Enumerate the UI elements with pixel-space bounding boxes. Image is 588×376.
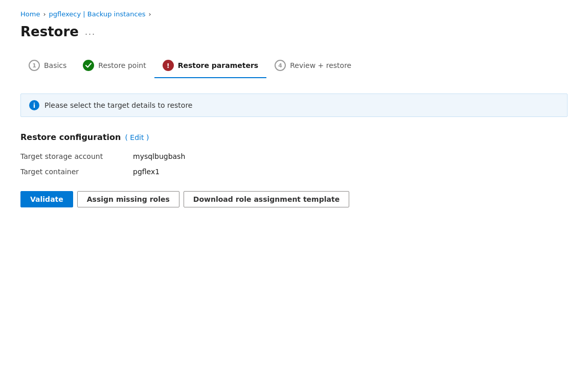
info-banner: i Please select the target details to re…	[20, 93, 568, 117]
wizard-step-review-restore[interactable]: 4 Review + restore	[266, 55, 359, 78]
step-3-label: Restore parameters	[178, 61, 259, 69]
step-2-label: Restore point	[98, 61, 146, 69]
restore-config-title: Restore configuration	[20, 132, 121, 142]
page-title-container: Restore ...	[20, 24, 568, 39]
wizard-step-basics[interactable]: 1 Basics	[20, 55, 75, 78]
breadcrumb-home[interactable]: Home	[20, 10, 40, 18]
target-container-value: pgflex1	[133, 168, 568, 176]
step-1-circle: 1	[29, 60, 40, 71]
breadcrumb: Home › pgflexecy | Backup instances ›	[20, 10, 568, 18]
step-1-label: Basics	[44, 61, 66, 69]
breadcrumb-sep-1: ›	[43, 10, 46, 18]
restore-config-table: Target storage account mysqlbugbash Targ…	[20, 152, 568, 176]
wizard-step-restore-parameters[interactable]: ! Restore parameters	[154, 55, 267, 78]
page-title-ellipsis[interactable]: ...	[85, 27, 96, 37]
step-4-circle: 4	[275, 60, 286, 71]
edit-link[interactable]: ( Edit )	[125, 133, 149, 142]
validate-button[interactable]: Validate	[20, 191, 73, 207]
target-storage-account-label: Target storage account	[20, 152, 133, 160]
assign-missing-roles-button[interactable]: Assign missing roles	[77, 191, 179, 207]
restore-config-section-title: Restore configuration ( Edit )	[20, 132, 568, 142]
step-3-circle: !	[163, 60, 174, 71]
info-banner-text: Please select the target details to rest…	[44, 101, 192, 109]
target-storage-account-value: mysqlbugbash	[133, 152, 568, 160]
breadcrumb-backup-instances[interactable]: pgflexecy | Backup instances	[49, 10, 146, 18]
download-template-button[interactable]: Download role assignment template	[184, 191, 349, 207]
button-row: Validate Assign missing roles Download r…	[20, 191, 568, 207]
page-container: Home › pgflexecy | Backup instances › Re…	[0, 0, 588, 218]
step-2-circle	[83, 60, 94, 71]
wizard-step-restore-point[interactable]: Restore point	[75, 55, 154, 78]
wizard-steps: 1 Basics Restore point ! Restore paramet…	[20, 55, 568, 78]
info-icon: i	[29, 100, 39, 110]
step-4-label: Review + restore	[290, 61, 351, 69]
page-title: Restore	[20, 24, 79, 39]
target-container-label: Target container	[20, 168, 133, 176]
breadcrumb-sep-2: ›	[148, 10, 151, 18]
